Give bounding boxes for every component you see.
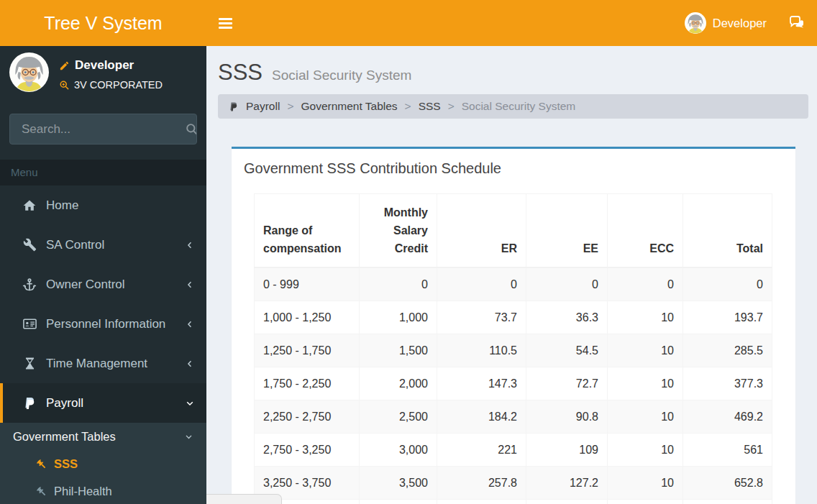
chevron-down-icon <box>184 432 193 441</box>
value-cell: 0 <box>683 267 772 301</box>
range-cell: 0 - 999 <box>255 267 360 301</box>
value-cell: 10 <box>608 367 683 400</box>
table-row: 0 - 99900000 <box>255 267 772 301</box>
chevron-left-icon <box>185 359 195 369</box>
value-cell: 469.2 <box>683 400 772 434</box>
value-cell: 184.2 <box>437 400 526 434</box>
sidebar-item-government-tables[interactable]: Government Tables <box>0 423 206 450</box>
sidebar-item-phil-health[interactable]: Phil-Health <box>0 477 206 504</box>
column-header: ECC <box>608 194 683 268</box>
submenu-item-label: SSS <box>54 457 78 471</box>
browser-link-tooltip <box>206 494 282 504</box>
sss-table-body: 0 - 999000001,000 - 1,2501,00073.736.310… <box>255 267 772 504</box>
range-cell: 2,750 - 3,250 <box>255 434 360 467</box>
range-cell: 1,250 - 1,750 <box>255 334 360 367</box>
value-cell: 1,500 <box>360 334 437 367</box>
sidebar-search <box>9 114 197 145</box>
breadcrumb-separator: > <box>287 100 293 113</box>
sidebar-item-owner-control[interactable]: Owner Control <box>0 265 206 304</box>
sidebar-item-personnel-information[interactable]: Personnel Information <box>0 304 206 344</box>
app-logo[interactable]: Tree V System <box>0 0 206 46</box>
breadcrumb-link-payroll[interactable]: Payroll <box>246 100 280 113</box>
wrench-icon <box>21 238 38 252</box>
chevron-left-icon <box>185 319 195 329</box>
value-cell: 0 <box>608 267 683 301</box>
value-cell: 4,000 <box>360 500 437 504</box>
sidebar: Developer 3V CORPORATED Menu Home SA Con… <box>0 46 206 504</box>
page-title-main: SSS <box>218 60 263 86</box>
sidebar-item-label: Personnel Information <box>46 317 165 331</box>
sidebar-user-company: 3V CORPORATED <box>74 79 163 91</box>
value-cell: 110.5 <box>437 334 526 367</box>
sidebar-item-payroll[interactable]: Payroll <box>0 383 206 423</box>
value-cell: 10 <box>608 334 683 367</box>
value-cell: 127.2 <box>526 467 608 500</box>
value-cell: 221 <box>437 434 526 467</box>
paypal-icon <box>21 396 38 411</box>
value-cell: 36.3 <box>526 301 608 334</box>
value-cell: 377.3 <box>683 367 772 400</box>
column-header: EE <box>526 194 608 268</box>
home-icon <box>21 198 38 213</box>
gavel-icon <box>35 458 47 470</box>
navbar-main: Developer <box>206 0 817 46</box>
page-title: SSS Social Security System <box>218 60 808 86</box>
value-cell: 3,000 <box>360 434 437 467</box>
submenu-parent-label: Government Tables <box>13 430 116 444</box>
sidebar-item-label: SA Control <box>46 238 104 252</box>
box-title: Government SSS Contribution Schedule <box>232 149 795 185</box>
table-header-row: Range of compensation Monthly Salary Cre… <box>255 194 772 268</box>
value-cell: 90.8 <box>526 400 608 434</box>
table-row: 3,750 - 4,2504,000294.7145.310744.7 <box>255 500 772 504</box>
chat-bubbles-icon[interactable] <box>788 14 805 32</box>
value-cell: 10 <box>608 301 683 334</box>
value-cell: 54.5 <box>526 334 608 367</box>
table-row: 3,250 - 3,7503,500257.8127.210652.8 <box>255 467 772 500</box>
breadcrumb-separator: > <box>405 100 411 113</box>
table-row: 2,250 - 2,7502,500184.290.810469.2 <box>255 400 772 434</box>
pencil-icon <box>59 60 70 71</box>
value-cell: 0 <box>437 267 526 301</box>
search-plus-icon <box>59 80 70 91</box>
value-cell: 3,500 <box>360 467 437 500</box>
value-cell: 2,500 <box>360 400 437 434</box>
value-cell: 1,000 <box>360 301 437 334</box>
sidebar-item-label: Time Management <box>46 357 147 371</box>
value-cell: 10 <box>608 467 683 500</box>
breadcrumb-link-government-tables[interactable]: Government Tables <box>301 100 397 113</box>
value-cell: 193.7 <box>683 301 772 334</box>
paypal-icon <box>228 101 239 112</box>
column-header: Total <box>683 194 772 268</box>
value-cell: 744.7 <box>683 500 772 504</box>
column-header: Monthly Salary Credit <box>360 194 437 268</box>
contribution-schedule-box: Government SSS Contribution Schedule Ran… <box>232 147 795 504</box>
value-cell: 145.3 <box>526 500 608 504</box>
value-cell: 10 <box>608 400 683 434</box>
sidebar-item-sss[interactable]: SSS <box>0 450 206 477</box>
table-row: 2,750 - 3,2503,00022110910561 <box>255 434 772 467</box>
id-card-icon <box>21 316 38 331</box>
sidebar-item-home[interactable]: Home <box>0 185 206 225</box>
value-cell: 0 <box>526 267 608 301</box>
table-row: 1,750 - 2,2502,000147.372.710377.3 <box>255 367 772 400</box>
value-cell: 109 <box>526 434 608 467</box>
value-cell: 561 <box>683 434 772 467</box>
content-header: SSS Social Security System <box>206 46 817 86</box>
main-content: SSS Social Security System Payroll > Gov… <box>206 46 817 504</box>
value-cell: 10 <box>608 500 683 504</box>
search-icon[interactable] <box>185 114 197 144</box>
navbar-right: Developer <box>685 12 817 34</box>
column-header: ER <box>437 194 526 268</box>
sidebar-item-sa-control[interactable]: SA Control <box>0 225 206 265</box>
sidebar-user-name: Developer <box>75 58 134 73</box>
breadcrumb-current: Social Security System <box>462 100 576 113</box>
breadcrumb-link-sss[interactable]: SSS <box>419 100 441 113</box>
search-input[interactable] <box>10 114 185 144</box>
navbar-user-name: Developer <box>713 17 767 30</box>
chevron-left-icon <box>185 280 195 290</box>
hamburger-icon[interactable] <box>219 7 250 39</box>
sidebar-item-time-management[interactable]: Time Management <box>0 344 206 383</box>
user-menu[interactable]: Developer <box>685 12 767 34</box>
chevron-down-icon <box>185 398 195 408</box>
value-cell: 294.7 <box>437 500 526 504</box>
